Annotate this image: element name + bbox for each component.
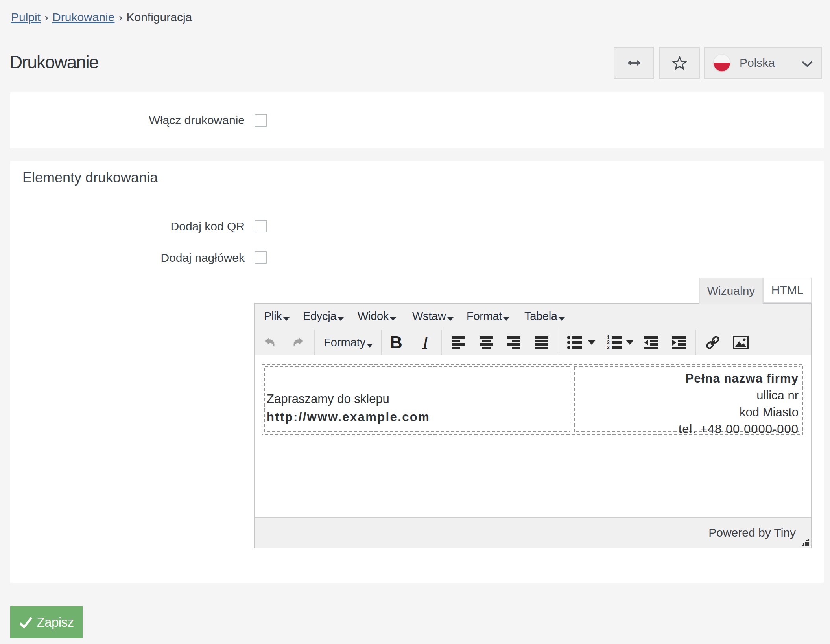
svg-text:2: 2 — [607, 340, 610, 345]
svg-text:3: 3 — [607, 345, 610, 350]
